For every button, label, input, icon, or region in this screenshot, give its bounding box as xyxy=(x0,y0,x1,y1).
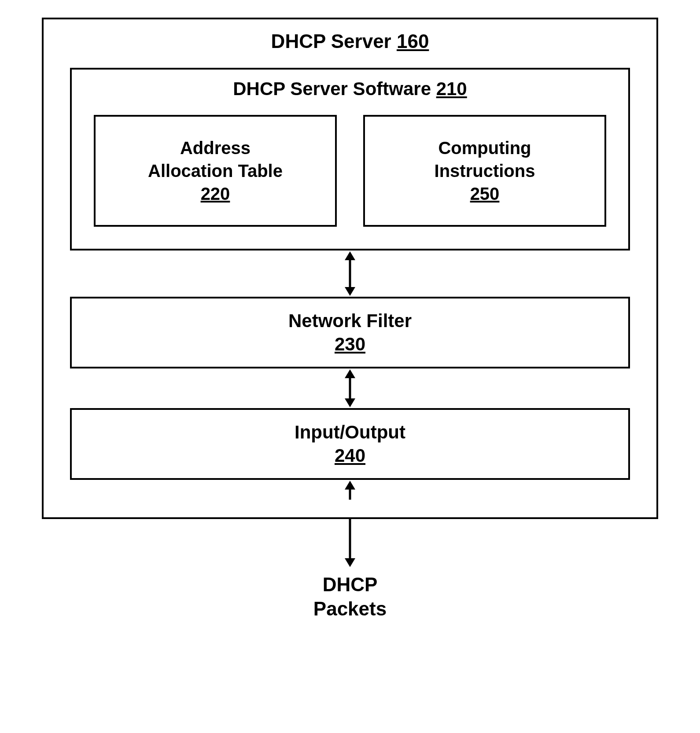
svg-marker-2 xyxy=(345,287,355,296)
computing-instructions-box: Computing Instructions 250 xyxy=(363,115,606,227)
svg-marker-4 xyxy=(345,369,355,378)
title-text: DHCP Server xyxy=(271,30,397,52)
packets-line1: DHCP xyxy=(42,572,658,597)
io-ref: 240 xyxy=(76,444,624,468)
software-title-ref: 210 xyxy=(436,78,467,99)
arrow-io-out-bottom xyxy=(42,517,658,568)
double-arrow-icon xyxy=(341,368,359,408)
software-inner-row: Address Allocation Table 220 Computing I… xyxy=(94,115,606,227)
computing-ref: 250 xyxy=(374,182,596,205)
packets-line2: Packets xyxy=(42,597,658,621)
io-label: Input/Output xyxy=(76,421,624,444)
address-ref: 220 xyxy=(104,182,326,205)
software-title-text: DHCP Server Software xyxy=(233,78,436,99)
double-arrow-icon xyxy=(341,250,359,297)
address-allocation-box: Address Allocation Table 220 xyxy=(94,115,337,227)
arrow-software-filter xyxy=(70,250,630,297)
arrow-top-part-icon xyxy=(341,480,359,500)
software-title: DHCP Server Software 210 xyxy=(94,70,606,115)
svg-marker-9 xyxy=(345,558,355,567)
arrow-bottom-part-icon xyxy=(341,517,359,568)
software-box: DHCP Server Software 210 Address Allocat… xyxy=(70,68,630,250)
network-filter-box: Network Filter 230 xyxy=(70,297,630,368)
svg-marker-7 xyxy=(345,481,355,490)
computing-line1: Computing xyxy=(374,136,596,159)
dhcp-packets-label: DHCP Packets xyxy=(42,572,658,621)
svg-marker-5 xyxy=(345,398,355,407)
diagram-container: DHCP Server 160 DHCP Server Software 210… xyxy=(42,18,658,621)
dhcp-server-box: DHCP Server 160 DHCP Server Software 210… xyxy=(42,18,658,519)
network-filter-label: Network Filter xyxy=(76,309,624,333)
input-output-box: Input/Output 240 xyxy=(70,408,630,480)
network-filter-ref: 230 xyxy=(76,333,624,356)
dhcp-server-title: DHCP Server 160 xyxy=(70,19,630,68)
address-line1: Address xyxy=(104,136,326,159)
svg-marker-1 xyxy=(345,251,355,260)
address-line2: Allocation Table xyxy=(104,159,326,182)
title-ref: 160 xyxy=(397,30,429,52)
arrow-filter-io xyxy=(70,368,630,408)
computing-line2: Instructions xyxy=(374,159,596,182)
arrow-io-out-top xyxy=(70,480,630,500)
